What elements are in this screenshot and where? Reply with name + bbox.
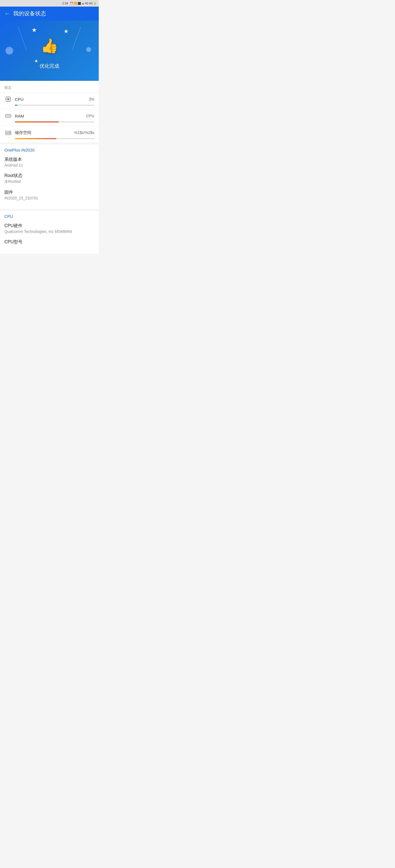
cpu-icon [4,95,12,103]
status-bar: 2:34 ⏰ 📶 ⬛ ▲ 4G 4G 🔋 [0,0,99,7]
ram-item-left: RAM [4,112,24,120]
alarm-icon: ⏰ [70,2,73,5]
status-icons: ⏰ 📶 ⬛ ▲ 4G 4G 🔋 [70,2,96,5]
svg-rect-15 [6,115,7,117]
storage-svg [5,129,11,136]
sim-icon: 📶 [74,2,77,5]
deco-line-left [18,27,27,50]
battery-icon: 🔋 [93,2,96,5]
cpu-section: CPU CPU硬件 Qualcomm Technologies, Inc MSM… [0,209,99,254]
cpu-svg [5,96,11,102]
cpu-progress-fill [15,105,17,106]
firmware-value: IN2020_15_210701 [4,196,94,200]
svg-rect-17 [8,115,9,117]
ram-item-header: RAM CPU [4,112,94,120]
thumbs-up-icon: 👍 [40,37,58,54]
storage-progress-fill [15,138,56,139]
ram-value: CPU [86,114,94,118]
back-button[interactable]: ← [4,10,10,17]
storage-item-left: 储存空间 [4,129,31,136]
svg-point-25 [9,131,10,132]
cpu-hardware-value: Qualcomm Technologies, Inc MSM8994 [4,229,94,234]
root-status-value: 未Rooted [4,179,94,184]
cpu-value: 3% [89,97,94,101]
app-bar: ← 我的设备状态 [0,7,99,21]
wifi-icon: ▲ [82,2,84,5]
hero-text: 优化完成 [39,63,59,69]
status-time: 2:34 [62,2,68,5]
cpu-item-header: CPU 3% [4,95,94,103]
cpu-status-item: CPU 3% [0,93,99,109]
storage-status-item: 储存空间 %1$s/%2$s [0,126,99,143]
ram-progress-fill [15,121,59,122]
deco-line-right [72,27,81,50]
storage-item-header: 储存空间 %1$s/%2$s [4,129,94,136]
cpu-section-title: CPU [4,214,94,219]
hero-content: ★ ★ ★ 👍 优化完成 [36,32,63,69]
cpu-hardware-item: CPU硬件 Qualcomm Technologies, Inc MSM8994 [4,223,94,234]
svg-point-27 [9,134,10,134]
page-title: 我的设备状态 [13,10,46,17]
ram-icon [4,112,12,120]
star-2: ★ [64,28,68,34]
device-info-section: OnePlus IN2020 系统版本 Android 11 Root状态 未R… [0,143,99,209]
system-version-value: Android 11 [4,163,94,167]
deco-circle-right [86,47,91,52]
storage-label: 储存空间 [15,130,31,135]
svg-point-26 [9,133,10,133]
4g2-icon: 4G [89,2,93,5]
ram-label: RAM [15,114,24,118]
content-area: 状态 [0,81,99,254]
svg-rect-18 [9,115,10,117]
ram-progress-bg [15,121,94,122]
star-3: ★ [34,58,38,64]
cpu-model-title: CPU型号 [4,239,94,245]
storage-progress-bg [15,138,94,139]
system-version-item: 系统版本 Android 11 [4,157,94,167]
deco-circle-left [5,47,13,55]
storage-value: %1$s/%2$s [74,130,94,135]
star-1: ★ [32,27,37,34]
cpu-hardware-title: CPU硬件 [4,223,94,229]
system-version-title: 系统版本 [4,157,94,162]
hero-banner: ★ ★ ★ 👍 优化完成 [0,21,99,81]
nfc-icon: ⬛ [78,2,81,5]
cpu-item-left: CPU [4,95,24,103]
firmware-title: 固件 [4,190,94,195]
cpu-progress-bg [15,105,94,106]
device-name[interactable]: OnePlus IN2020 [4,148,94,152]
thumbs-up-container: ★ ★ ★ 👍 [36,32,63,59]
root-status-item: Root状态 未Rooted [4,173,94,184]
storage-icon [4,129,12,136]
status-section-label: 状态 [0,81,99,93]
svg-rect-16 [7,115,8,117]
cpu-model-item: CPU型号 [4,239,94,245]
ram-svg [5,113,11,119]
root-status-title: Root状态 [4,173,94,179]
ram-status-item: RAM CPU [0,109,99,126]
svg-rect-1 [7,98,9,100]
cpu-label: CPU [15,97,24,102]
4g-icon: 4G [85,2,88,5]
firmware-item: 固件 IN2020_15_210701 [4,190,94,200]
